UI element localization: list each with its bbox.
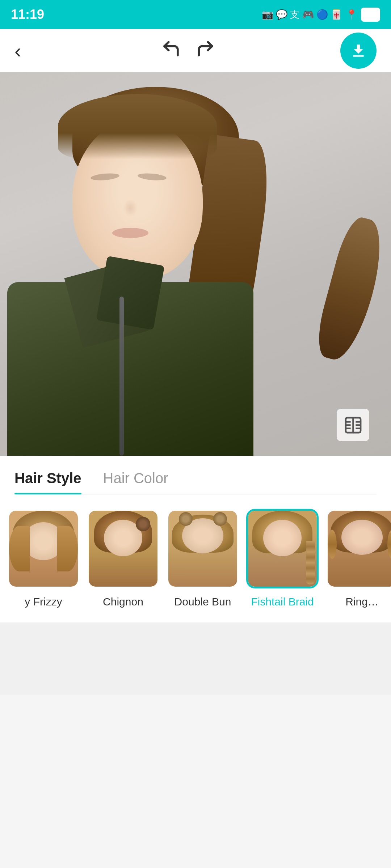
bottom-area bbox=[0, 622, 391, 695]
undo-button[interactable] bbox=[161, 39, 181, 63]
style-label-wavy-frizzy: y Frizzy bbox=[25, 596, 62, 608]
style-label-chignon: Chignon bbox=[103, 596, 143, 608]
tab-hair-style[interactable]: Hair Style bbox=[14, 470, 81, 494]
style-thumb-fishtail-braid bbox=[246, 509, 319, 588]
portrait-image bbox=[0, 72, 391, 456]
main-image-area bbox=[0, 72, 391, 456]
style-option-wavy-frizzy[interactable]: y Frizzy bbox=[7, 509, 80, 608]
style-thumb-ringlets bbox=[326, 509, 391, 588]
notification-icons: 📷 💬 支 🎮 🔵 🀄 bbox=[262, 8, 342, 21]
style-thumb-double-bun bbox=[167, 509, 239, 588]
back-button[interactable]: ‹ bbox=[14, 39, 36, 63]
style-option-fishtail-braid[interactable]: Fishtail Braid bbox=[246, 509, 319, 608]
options-list: y Frizzy Chignon bbox=[0, 509, 391, 608]
style-option-ringlets[interactable]: Ring… bbox=[326, 509, 391, 608]
style-thumb-wavy-frizzy bbox=[7, 509, 80, 588]
status-icons: 📷 💬 支 🎮 🔵 🀄 📍 55 bbox=[262, 8, 380, 22]
redo-button[interactable] bbox=[196, 39, 215, 63]
status-time: 11:19 bbox=[11, 7, 44, 22]
tabs-row: Hair Style Hair Color bbox=[14, 470, 377, 494]
style-label-fishtail-braid: Fishtail Braid bbox=[251, 596, 314, 608]
battery-indicator: 55 bbox=[361, 8, 380, 22]
style-option-double-bun[interactable]: Double Bun bbox=[167, 509, 239, 608]
compare-button[interactable] bbox=[337, 409, 369, 441]
status-bar: 11:19 📷 💬 支 🎮 🔵 🀄 📍 55 bbox=[0, 0, 391, 29]
style-option-chignon[interactable]: Chignon bbox=[87, 509, 159, 608]
location-icon: 📍 bbox=[346, 9, 357, 20]
style-options-scroll[interactable]: y Frizzy Chignon bbox=[0, 494, 391, 622]
download-button[interactable] bbox=[340, 33, 377, 69]
tabs-section: Hair Style Hair Color bbox=[0, 456, 391, 494]
style-label-ringlets: Ring… bbox=[345, 596, 379, 608]
top-navigation: ‹ bbox=[0, 29, 391, 72]
tab-hair-color[interactable]: Hair Color bbox=[103, 470, 168, 494]
nav-center-controls bbox=[161, 39, 215, 63]
style-label-double-bun: Double Bun bbox=[175, 596, 231, 608]
style-thumb-chignon bbox=[87, 509, 159, 588]
